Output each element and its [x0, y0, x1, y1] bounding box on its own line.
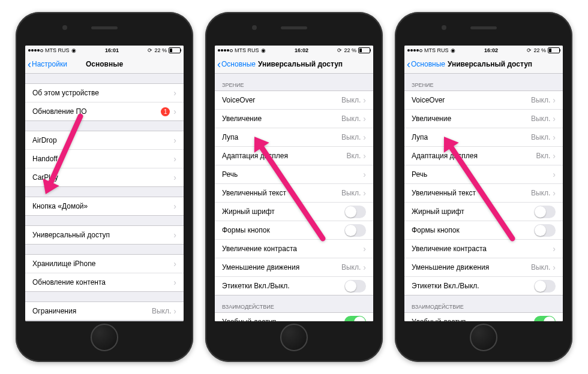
row-label: Жирный шрифт [222, 207, 344, 216]
status-bar: MTS RUS ◉ 16:02 ⟳ 22 % [404, 46, 563, 55]
settings-row[interactable]: AirDrop› [25, 131, 184, 149]
settings-group: Хранилище iPhone› Обновление контента› [25, 254, 184, 292]
settings-row[interactable]: ЛупаВыкл.› [404, 128, 563, 146]
toggle[interactable] [534, 280, 556, 292]
row-value: Выкл. [531, 133, 550, 141]
chevron-right-icon: › [173, 107, 176, 116]
settings-row[interactable]: Обновление ПО1› [25, 102, 184, 121]
settings-row[interactable]: Об этом устройстве› [25, 83, 184, 102]
chevron-right-icon: › [363, 170, 366, 179]
row-label: Лупа [222, 133, 341, 141]
settings-group: Удобный доступ [404, 312, 563, 321]
row-label: Адаптация дисплея [222, 152, 347, 160]
toggle[interactable] [344, 224, 366, 237]
settings-row[interactable]: Уменьшение движенияВыкл.› [404, 258, 563, 276]
chevron-right-icon: › [173, 260, 176, 268]
back-label: Основные [221, 60, 256, 68]
content: Об этом устройстве› Обновление ПО1› AirD… [25, 74, 184, 321]
row-value: Выкл. [341, 96, 361, 104]
wifi-icon: ◉ [261, 47, 266, 53]
row-label: Ограничения [32, 307, 152, 315]
back-button[interactable]: ‹ Настройки [28, 59, 67, 70]
battery-icon [548, 47, 560, 53]
settings-row[interactable]: Формы кнопок [215, 221, 373, 239]
settings-row[interactable]: Удобный доступ [215, 312, 373, 321]
chevron-right-icon: › [173, 136, 176, 144]
settings-row[interactable]: VoiceOverВыкл.› [404, 91, 563, 109]
carrier-label: MTS RUS [424, 47, 449, 53]
settings-row[interactable]: Хранилище iPhone› [25, 254, 184, 273]
chevron-left-icon: ‹ [28, 59, 31, 70]
home-button[interactable] [91, 324, 118, 351]
settings-row[interactable]: Увеличение контраста› [215, 239, 373, 258]
badge: 1 [161, 107, 170, 116]
settings-group: VoiceOverВыкл.› УвеличениеВыкл.› ЛупаВык… [404, 91, 563, 295]
settings-row[interactable]: Увеличение контраста› [404, 239, 563, 258]
settings-row[interactable]: Этикетки Вкл./Выкл. [215, 276, 373, 295]
toggle[interactable] [534, 316, 556, 322]
settings-row[interactable]: УвеличениеВыкл.› [215, 109, 373, 128]
settings-row[interactable]: ОграниченияВыкл.› [25, 301, 184, 321]
settings-row[interactable]: Обновление контента› [25, 273, 184, 292]
chevron-right-icon: › [553, 170, 556, 179]
row-label: Речь [222, 170, 363, 179]
chevron-right-icon: › [363, 133, 366, 141]
phone-frame: MTS RUS ◉ 16:02 ⟳ 22 % ‹ Основные Универ… [395, 12, 572, 362]
settings-row[interactable]: Универсальный доступ› [25, 225, 184, 245]
row-label: Обновление контента [32, 278, 173, 286]
settings-group: Универсальный доступ› [25, 225, 184, 245]
settings-row[interactable]: Жирный шрифт [215, 202, 373, 221]
chevron-left-icon: ‹ [407, 59, 410, 70]
row-label: Лупа [412, 133, 531, 141]
settings-row[interactable]: Формы кнопок [404, 221, 563, 239]
settings-row[interactable]: УвеличениеВыкл.› [404, 109, 563, 128]
settings-row[interactable]: Кнопка «Домой»› [25, 197, 184, 216]
settings-row[interactable]: Речь› [215, 165, 373, 183]
settings-row[interactable]: Этикетки Вкл./Выкл. [404, 276, 563, 295]
settings-row[interactable]: Адаптация дисплеяВкл.› [215, 146, 373, 165]
toggle[interactable] [534, 206, 556, 218]
spacer [25, 245, 184, 254]
toggle[interactable] [534, 224, 556, 237]
chevron-right-icon: › [553, 263, 556, 272]
row-label: Увеличение контраста [222, 245, 363, 253]
row-label: Удобный доступ [222, 318, 344, 321]
toggle[interactable] [344, 316, 366, 322]
toggle[interactable] [344, 280, 366, 292]
settings-row[interactable]: Жирный шрифт [404, 202, 563, 221]
back-button[interactable]: ‹ Основные [407, 59, 445, 70]
toggle[interactable] [344, 206, 366, 218]
row-value: Выкл. [152, 307, 171, 315]
settings-row[interactable]: Увеличенный текстВыкл.› [215, 183, 373, 202]
spacer [25, 74, 184, 83]
settings-row[interactable]: CarPlay› [25, 168, 184, 187]
camera [252, 25, 257, 30]
row-value: Выкл. [341, 263, 361, 272]
back-button[interactable]: ‹ Основные [217, 59, 256, 70]
nav-bar: ‹ Основные Универсальный доступ [404, 55, 563, 74]
row-label: Этикетки Вкл./Выкл. [222, 282, 344, 290]
row-label: Формы кнопок [412, 226, 534, 234]
settings-row[interactable]: Handoff› [25, 149, 184, 168]
row-value: Выкл. [531, 189, 550, 197]
settings-group: Кнопка «Домой»› [25, 197, 184, 216]
row-label: Увеличенный текст [222, 189, 341, 197]
settings-row[interactable]: Увеличенный текстВыкл.› [404, 183, 563, 202]
row-value: Вкл. [536, 152, 551, 160]
settings-row[interactable]: ЛупаВыкл.› [215, 128, 373, 146]
home-button[interactable] [280, 324, 308, 351]
nav-bar: ‹ Настройки Основные [25, 55, 184, 74]
row-label: Увеличение [412, 114, 531, 123]
camera [62, 25, 67, 30]
settings-row[interactable]: Удобный доступ [404, 312, 563, 321]
settings-row[interactable]: Уменьшение движенияВыкл.› [215, 258, 373, 276]
settings-row[interactable]: VoiceOverВыкл.› [215, 91, 373, 109]
settings-row[interactable]: Речь› [404, 165, 563, 183]
settings-group: Об этом устройстве› Обновление ПО1› [25, 83, 184, 121]
settings-row[interactable]: Адаптация дисплеяВкл.› [404, 146, 563, 165]
row-label: VoiceOver [412, 96, 531, 104]
row-value: Выкл. [531, 263, 550, 272]
chevron-right-icon: › [173, 278, 176, 286]
home-button[interactable] [470, 324, 497, 351]
phone-frame: MTS RUS ◉ 16:01 ⟳ 22 % ‹ Настройки Основ… [16, 12, 193, 362]
